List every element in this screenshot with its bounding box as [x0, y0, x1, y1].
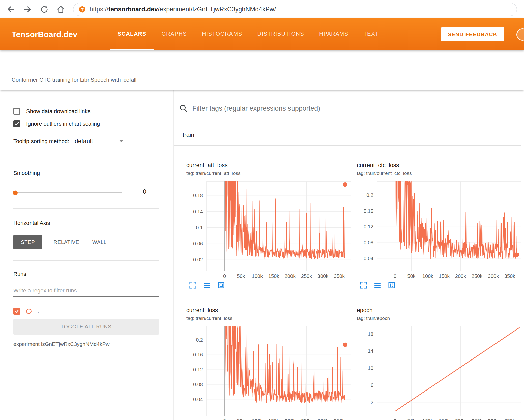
chart-title: current_ctc_loss [357, 162, 521, 169]
filter-tags-input[interactable] [192, 105, 519, 112]
charts-grid: current_att_loss tag: train/current_att_… [174, 146, 521, 420]
runs-menu-icon[interactable] [373, 281, 382, 289]
svg-text:0: 0 [223, 418, 226, 420]
chart-title: epoch [357, 307, 521, 314]
filter-tags-field [174, 104, 519, 117]
home-icon[interactable] [56, 5, 65, 14]
svg-text:0.14: 0.14 [193, 209, 203, 214]
fit-domain-icon[interactable] [388, 281, 396, 289]
forward-icon[interactable] [23, 5, 32, 14]
axis-wall-button[interactable]: WALL [90, 235, 109, 249]
experiment-title: Conformer CTC training for LibriSpeech w… [12, 77, 136, 83]
svg-text:350k: 350k [334, 418, 345, 420]
ignore-outliers-checkbox[interactable] [13, 120, 20, 127]
divider [13, 159, 159, 159]
browser-toolbar: https://tensorboard.dev/experiment/lzGnE… [0, 0, 524, 18]
search-icon [179, 104, 188, 113]
svg-text:0.06: 0.06 [193, 241, 203, 246]
svg-text:250k: 250k [301, 273, 312, 279]
ignore-outliers-label: Ignore outliers in chart scaling [26, 121, 100, 127]
back-icon[interactable] [7, 5, 15, 14]
svg-text:2: 2 [371, 400, 373, 405]
url-host: tensorboard.dev [108, 6, 158, 13]
page: https://tensorboard.dev/experiment/lzGnE… [0, 0, 524, 420]
smoothing-value-input[interactable]: 0 [131, 188, 159, 197]
tooltip-sorting-label: Tooltip sorting method: [13, 138, 69, 145]
svg-text:50k: 50k [237, 418, 245, 420]
divider [13, 208, 159, 209]
svg-text:6: 6 [371, 382, 373, 388]
expand-chart-icon[interactable] [189, 281, 197, 289]
show-download-checkbox[interactable] [13, 108, 20, 115]
svg-text:200k: 200k [455, 273, 466, 279]
expand-chart-icon[interactable] [359, 281, 367, 289]
tooltip-sorting-select[interactable]: default [74, 138, 125, 147]
scalar-chart[interactable]: 26101418050k100k150k200k250k300k350k [357, 325, 521, 420]
svg-text:250k: 250k [472, 418, 483, 420]
chart-epoch: epoch tag: train/epoch 26101418050k100k1… [357, 307, 521, 420]
url-scheme: https:// [90, 6, 108, 13]
svg-text:10: 10 [368, 365, 373, 371]
toggle-all-runs-button[interactable]: TOGGLE ALL RUNS [13, 319, 159, 335]
runs-filter-input[interactable] [13, 287, 159, 294]
svg-text:150k: 150k [439, 273, 450, 279]
svg-text:0.08: 0.08 [193, 382, 203, 387]
app-header: TensorBoard.dev SCALARS GRAPHS HISTOGRAM… [0, 18, 524, 50]
svg-text:350k: 350k [504, 273, 515, 279]
tab-histograms[interactable]: HISTOGRAMS [194, 18, 250, 50]
chart-tag: tag: train/current_ctc_loss [357, 171, 521, 176]
svg-text:0.04: 0.04 [364, 256, 373, 261]
avatar[interactable] [516, 28, 524, 41]
url-path: /experiment/lzGnETjwRxC3yghNMd4kPw/ [158, 6, 276, 13]
svg-text:0: 0 [394, 273, 396, 279]
chart-current-loss: current_loss tag: train/current_loss 0.0… [186, 307, 357, 420]
send-feedback-button[interactable]: SEND FEEDBACK [441, 27, 504, 41]
svg-text:50k: 50k [407, 418, 416, 420]
scalar-chart[interactable]: 0.020.060.10.140.18050k100k150k200k250k3… [186, 180, 353, 280]
fit-domain-icon[interactable] [217, 281, 225, 289]
axis-step-button[interactable]: STEP [13, 235, 42, 249]
tab-scalars[interactable]: SCALARS [110, 18, 154, 50]
train-group-card: train current_att_loss tag: train/curren… [174, 125, 521, 420]
tab-hparams[interactable]: HPARAMS [312, 18, 356, 50]
content: Show data download links Ignore outliers… [0, 90, 524, 420]
svg-text:0.16: 0.16 [193, 352, 203, 357]
tab-text[interactable]: TEXT [356, 18, 386, 50]
chart-current-ctc-loss: current_ctc_loss tag: train/current_ctc_… [357, 162, 521, 289]
runs-label: Runs [13, 271, 159, 277]
runs-menu-icon[interactable] [203, 281, 211, 289]
svg-text:0.1: 0.1 [196, 225, 203, 230]
axis-relative-button[interactable]: RELATIVE [51, 235, 81, 249]
svg-text:0.2: 0.2 [196, 337, 203, 343]
experiment-id-label: experiment lzGnETjwRxC3yghNMd4kPw [13, 341, 159, 347]
main-panel: train current_att_loss tag: train/curren… [174, 90, 524, 420]
chevron-down-icon [119, 140, 124, 142]
svg-text:250k: 250k [472, 273, 483, 279]
svg-text:150k: 150k [439, 418, 450, 420]
chart-tag: tag: train/current_loss [186, 316, 357, 321]
svg-text:0.04: 0.04 [193, 397, 203, 402]
svg-text:100k: 100k [252, 273, 263, 279]
smoothing-slider[interactable] [13, 192, 122, 193]
scalar-chart[interactable]: 0.040.080.120.160.2050k100k150k200k250k3… [357, 180, 521, 280]
smoothing-slider-handle[interactable] [13, 190, 18, 195]
nav-tabs: SCALARS GRAPHS HISTOGRAMS DISTRIBUTIONS … [110, 18, 386, 50]
divider [13, 260, 159, 261]
svg-text:50k: 50k [237, 273, 245, 279]
chart-tag: tag: train/epoch [357, 316, 521, 321]
address-bar[interactable]: https://tensorboard.dev/experiment/lzGnE… [73, 3, 517, 16]
run-checkbox[interactable] [13, 308, 20, 315]
reload-icon[interactable] [40, 5, 48, 14]
chart-title: current_loss [186, 307, 357, 314]
run-color-swatch[interactable] [26, 309, 32, 314]
group-title[interactable]: train [174, 125, 521, 146]
svg-text:200k: 200k [455, 418, 466, 420]
tooltip-sorting-row: Tooltip sorting method: default [13, 138, 159, 147]
svg-text:200k: 200k [285, 418, 296, 420]
tab-graphs[interactable]: GRAPHS [154, 18, 194, 50]
svg-text:100k: 100k [422, 273, 433, 279]
tab-distributions[interactable]: DISTRIBUTIONS [250, 18, 312, 50]
runs-filter-field [13, 287, 159, 297]
svg-text:350k: 350k [504, 418, 515, 420]
scalar-chart[interactable]: 0.040.080.120.160.2050k100k150k200k250k3… [186, 325, 353, 420]
